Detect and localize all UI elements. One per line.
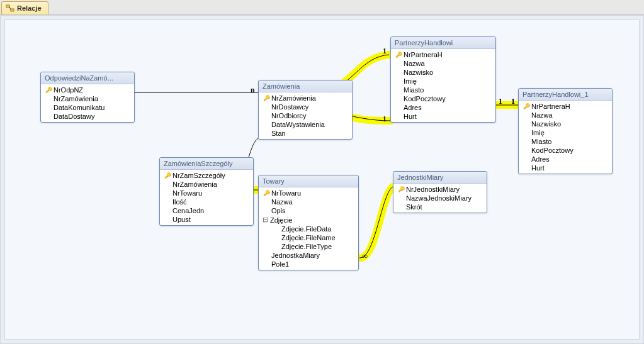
primary-key-icon	[162, 172, 172, 179]
table-field[interactable]: Nazwa	[391, 59, 495, 68]
cardinality-one3: 1	[499, 97, 502, 106]
table-field[interactable]: KodPocztowy	[391, 94, 495, 103]
table-field[interactable]: Upust	[160, 215, 253, 224]
field-list-odp: NrOdpNZ NrZamówienia DataKomunikatu Data…	[41, 84, 134, 122]
table-odpowiedzi[interactable]: OdpowiedziNaZamó... NrOdpNZ NrZamówienia…	[40, 72, 135, 123]
table-field-sub[interactable]: Zdjęcie.FileName	[259, 233, 358, 242]
table-zamowienia[interactable]: Zamówienia NrZamówienia NrDostawcy NrOdb…	[258, 80, 353, 140]
table-zamowienia-szczegoly[interactable]: ZamówieniaSzczegóły NrZamSzczegóły NrZam…	[159, 157, 254, 226]
workspace[interactable]: ∞ n ∞ 1 ∞ 1 1 1 ∞ ∞ ∞ OdpowiedziNaZamó..…	[0, 15, 644, 344]
table-field[interactable]: Imię	[391, 77, 495, 86]
field-list-towary: NrTowaru Nazwa Opis ⊟ Zdjęcie Zdjęcie.Fi…	[259, 187, 358, 270]
table-field[interactable]: Nazwisko	[391, 68, 495, 77]
table-field[interactable]: NrZamówienia	[41, 94, 134, 103]
table-field[interactable]: Pole1	[259, 260, 358, 269]
table-field[interactable]: KodPocztowy	[519, 146, 612, 155]
table-header-partnerzy1[interactable]: PartnerzyHandlowi_1	[519, 89, 612, 101]
table-towary[interactable]: Towary NrTowaru Nazwa Opis ⊟ Zdjęcie Zdj…	[258, 175, 359, 270]
table-header-zam[interactable]: Zamówienia	[259, 80, 352, 92]
cardinality-one: 1	[383, 47, 387, 56]
table-field[interactable]: NrOdpNZ	[41, 86, 134, 94]
cardinality-inf6: ∞	[362, 252, 368, 261]
cardinality-n: n	[251, 86, 255, 95]
cardinality-one4: 1	[511, 97, 515, 106]
table-field[interactable]: Hurt	[391, 112, 495, 121]
primary-key-icon	[261, 190, 271, 196]
primary-key-icon	[393, 52, 404, 58]
table-field[interactable]: NrZamówienia	[160, 180, 253, 189]
table-field[interactable]: Nazwa	[259, 197, 358, 206]
field-list-jm: NrJednostkiMiary NazwaJednoskiMiary Skró…	[393, 184, 487, 213]
svg-rect-1	[11, 9, 14, 11]
tab-relacje[interactable]: Relacje	[1, 1, 48, 14]
table-field[interactable]: JednostkaMiary	[259, 251, 358, 260]
table-field[interactable]: Hurt	[519, 164, 612, 172]
table-field[interactable]: NrJednostkiMiary	[393, 185, 487, 194]
table-field[interactable]: Miasto	[391, 86, 495, 94]
table-field[interactable]: DataKomunikatu	[41, 103, 134, 112]
table-field[interactable]: DataDostawy	[41, 112, 134, 121]
table-field[interactable]: Stan	[259, 129, 352, 138]
table-partnerzy-1[interactable]: PartnerzyHandlowi_1 NrPartneraH Nazwa Na…	[518, 88, 613, 174]
collapse-icon[interactable]: ⊟	[261, 216, 269, 224]
relationships-icon	[6, 4, 14, 13]
field-list-partnerzy: NrPartneraH Nazwa Nazwisko Imię Miasto K…	[391, 49, 495, 122]
table-field[interactable]: NrZamSzczegóły	[160, 171, 253, 180]
tab-bar: Relacje	[0, 0, 644, 15]
table-jednostki-miary[interactable]: JednostkiMiary NrJednostkiMiary NazwaJed…	[393, 171, 487, 213]
tab-label: Relacje	[17, 4, 42, 12]
table-header-zamsz[interactable]: ZamówieniaSzczegóły	[160, 158, 253, 170]
table-field[interactable]: Adres	[519, 155, 612, 164]
svg-line-2	[9, 6, 11, 10]
table-field[interactable]: NrTowaru	[160, 189, 253, 197]
table-field[interactable]: CenaJedn	[160, 206, 253, 215]
table-field[interactable]: NrOdbiorcy	[259, 111, 352, 120]
primary-key-icon	[521, 103, 531, 109]
table-field[interactable]: Miasto	[519, 137, 612, 146]
field-list-zamsz: NrZamSzczegóły NrZamówienia NrTowaru Ilo…	[160, 170, 253, 225]
primary-key-icon	[261, 95, 271, 101]
table-field[interactable]: NrPartneraH	[391, 50, 495, 59]
table-field[interactable]: Nazwa	[519, 111, 612, 119]
primary-key-icon	[43, 87, 54, 93]
table-field[interactable]: Opis	[259, 206, 358, 215]
table-field[interactable]: Imię	[519, 128, 612, 137]
field-list-zam: NrZamówienia NrDostawcy NrOdbiorcy DataW…	[259, 92, 352, 139]
table-field[interactable]: NrTowaru	[259, 189, 358, 197]
field-list-partnerzy1: NrPartneraH Nazwa Nazwisko Imię Miasto K…	[519, 101, 612, 174]
table-partnerzy[interactable]: PartnerzyHandlowi NrPartneraH Nazwa Nazw…	[390, 36, 496, 123]
table-field[interactable]: NazwaJednoskiMiary	[393, 194, 487, 203]
svg-rect-0	[6, 5, 9, 8]
table-header-jm[interactable]: JednostkiMiary	[393, 172, 487, 184]
table-field[interactable]: DataWystawienia	[259, 120, 352, 129]
table-field-sub[interactable]: Zdjęcie.FileData	[259, 225, 358, 233]
table-field[interactable]: NrZamówienia	[259, 94, 352, 103]
table-field[interactable]: NrPartneraH	[519, 102, 612, 111]
table-header-partnerzy[interactable]: PartnerzyHandlowi	[391, 37, 495, 49]
table-field[interactable]: Ilość	[160, 197, 253, 206]
table-header-odp[interactable]: OdpowiedziNaZamó...	[41, 72, 134, 84]
table-field[interactable]: ⊟ Zdjęcie	[259, 215, 358, 225]
table-field-sub[interactable]: Zdjęcie.FileType	[259, 242, 358, 251]
table-field[interactable]: NrDostawcy	[259, 103, 352, 111]
cardinality-one2: 1	[383, 114, 387, 124]
table-field[interactable]: Skrót	[393, 203, 487, 211]
relationships-canvas[interactable]: ∞ n ∞ 1 ∞ 1 1 1 ∞ ∞ ∞ OdpowiedziNaZamó..…	[4, 19, 640, 340]
table-field[interactable]: Adres	[391, 103, 495, 112]
table-header-towary[interactable]: Towary	[259, 175, 358, 187]
table-field[interactable]: Nazwisko	[519, 119, 612, 128]
primary-key-icon	[396, 186, 406, 192]
